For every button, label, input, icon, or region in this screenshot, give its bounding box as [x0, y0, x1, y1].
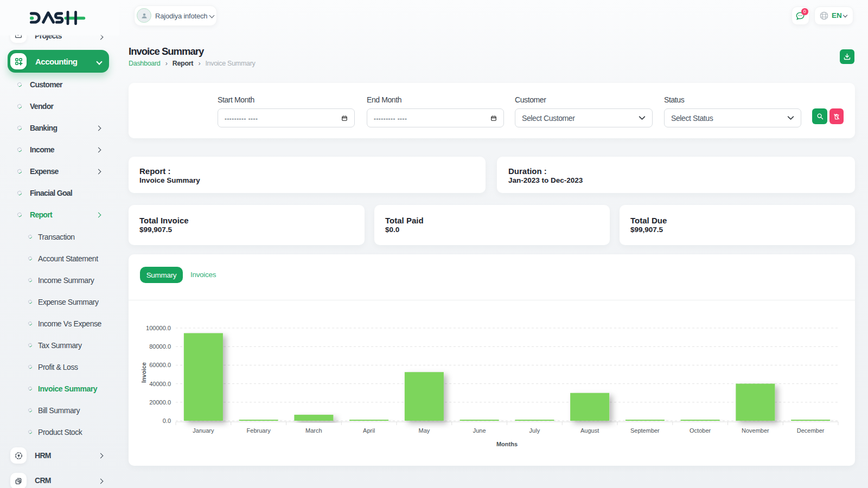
svg-text:December: December	[797, 427, 825, 434]
svg-text:April: April	[363, 427, 375, 434]
svg-text:January: January	[193, 427, 214, 434]
svg-text:July: July	[529, 427, 540, 434]
svg-text:September: September	[630, 427, 660, 434]
svg-text:20000.0: 20000.0	[149, 399, 171, 406]
svg-text:June: June	[473, 427, 486, 434]
svg-text:March: March	[305, 427, 322, 434]
svg-text:0.0: 0.0	[163, 418, 171, 424]
svg-text:May: May	[418, 427, 430, 434]
svg-text:Invoice: Invoice	[141, 362, 147, 383]
svg-text:August: August	[580, 427, 599, 434]
svg-text:February: February	[247, 427, 271, 434]
svg-text:80000.0: 80000.0	[149, 343, 171, 350]
svg-text:October: October	[690, 427, 711, 434]
svg-text:100000.0: 100000.0	[146, 325, 171, 331]
svg-text:60000.0: 60000.0	[149, 362, 171, 368]
svg-text:November: November	[742, 427, 769, 434]
svg-text:40000.0: 40000.0	[149, 381, 171, 387]
svg-text:Months: Months	[496, 441, 518, 447]
